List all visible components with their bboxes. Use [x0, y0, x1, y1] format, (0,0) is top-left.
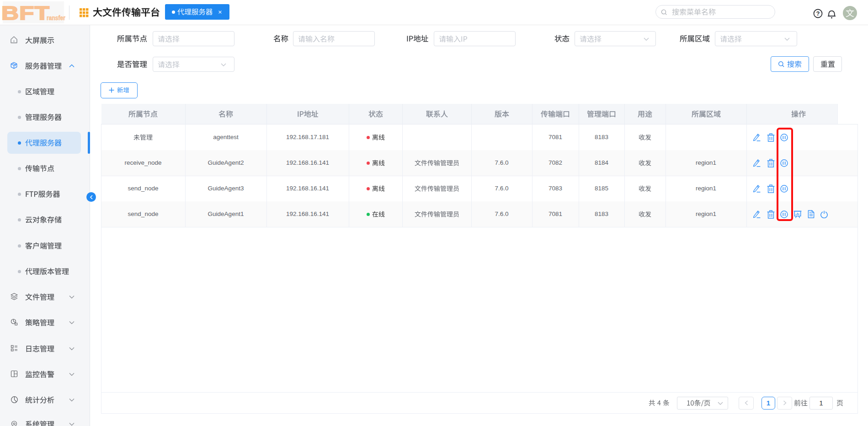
- svg-text:?: ?: [816, 10, 820, 17]
